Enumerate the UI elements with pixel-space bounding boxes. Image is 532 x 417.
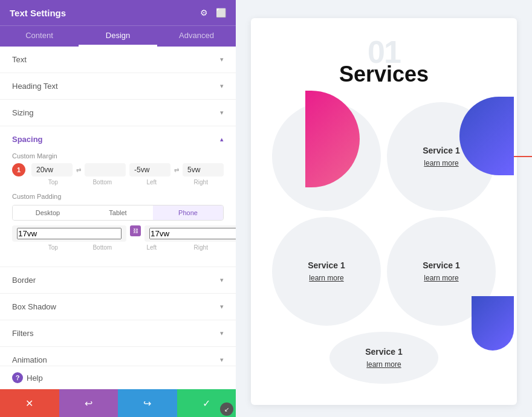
padding-top-group (12, 225, 126, 242)
margin-top-input[interactable] (36, 166, 60, 174)
margin-top-label: Top (30, 179, 76, 186)
section-animation-label: Animation (12, 355, 47, 364)
help-label[interactable]: Help (27, 373, 43, 383)
panel-header-icons: ⚙ ⬜ (198, 7, 226, 18)
section-spacing: Spacing ▴ Custom Margin 1 ⇄ ⇄ (0, 126, 236, 267)
chevron-down-animation: ▾ (220, 356, 224, 364)
undo-button[interactable]: ↩ (59, 389, 118, 417)
padding-left-label: Left (129, 244, 175, 251)
spacing-header[interactable]: Spacing ▴ (12, 135, 224, 144)
section-text-label: Text (12, 55, 27, 64)
panel-footer: ? Help (0, 366, 236, 389)
padding-top-input[interactable] (17, 228, 122, 239)
margin-top-group (31, 163, 73, 176)
margin-left-input[interactable] (134, 166, 158, 174)
margin-labels: Top Bottom Left Right (30, 179, 224, 186)
padding-labels: Top Bottom Left Right (30, 244, 224, 251)
services-title: Services (339, 62, 429, 87)
panel-header: Text Settings ⚙ ⬜ (0, 0, 236, 25)
tab-design[interactable]: Design (79, 26, 157, 47)
expand-icon[interactable]: ⬜ (215, 7, 226, 18)
device-tab-desktop[interactable]: Desktop (13, 205, 83, 220)
service-circle-3: Service 1 learn more (272, 217, 381, 326)
chevron-down-heading: ▾ (220, 82, 224, 90)
section-boxshadow-label: Box Shadow (12, 302, 56, 311)
section-animation[interactable]: Animation ▾ (0, 347, 236, 366)
redo-button[interactable]: ↪ (118, 389, 177, 417)
service-2-link[interactable]: learn more (424, 159, 458, 167)
chevron-down-sizing: ▾ (220, 109, 224, 117)
service-5-title: Service 1 (365, 347, 403, 357)
spacing-title: Spacing (12, 135, 43, 144)
margin-link-icon2[interactable]: ⇄ (174, 167, 179, 173)
section-text[interactable]: Text ▾ (0, 47, 236, 73)
accent-blue2-shape (472, 296, 514, 351)
corner-icon: ↙ (220, 402, 233, 416)
padding-inputs-row: ⛓ ⇄ (12, 225, 224, 242)
padding-right-label: Right (178, 244, 224, 251)
service-circle-5: Service 1 learn more (329, 332, 438, 384)
section-heading-text[interactable]: Heading Text ▾ (0, 73, 236, 100)
settings-icon[interactable]: ⚙ (198, 7, 209, 18)
custom-padding-label: Custom Padding (12, 193, 224, 200)
settings-panel: Text Settings ⚙ ⬜ Content Design Advance… (0, 0, 236, 417)
tab-advanced[interactable]: Advanced (157, 26, 236, 47)
section-border-label: Border (12, 276, 36, 285)
margin-bottom-input[interactable] (89, 166, 114, 174)
margin-left-group (129, 163, 170, 176)
margin-bottom-label: Bottom (80, 179, 126, 186)
service-5-link[interactable]: learn more (366, 360, 401, 369)
margin-badge: 1 (12, 163, 25, 176)
cancel-button[interactable]: ✕ (0, 389, 59, 417)
chevron-down-filters: ▾ (220, 329, 224, 337)
tab-content[interactable]: Content (0, 26, 79, 47)
section-filters[interactable]: Filters ▾ (0, 320, 236, 347)
service-3-link[interactable]: learn more (309, 274, 343, 282)
padding-link-chain[interactable]: ⛓ (130, 225, 141, 236)
section-sizing-label: Sizing (12, 108, 33, 117)
section-box-shadow[interactable]: Box Shadow ▾ (0, 294, 236, 320)
section-filters-label: Filters (12, 329, 33, 338)
margin-bottom-group (85, 163, 126, 176)
margin-inputs-row: 1 ⇄ ⇄ (12, 163, 224, 176)
action-bar: ✕ ↩ ↪ ✓ (0, 389, 236, 417)
section-heading-label: Heading Text (12, 82, 58, 91)
chevron-down-border: ▾ (220, 276, 224, 284)
margin-right-input[interactable] (187, 166, 212, 174)
section-border[interactable]: Border ▾ (0, 267, 236, 294)
device-tab-phone[interactable]: Phone (153, 205, 223, 220)
device-tabs: Desktop Tablet Phone (12, 205, 224, 221)
margin-left-label: Left (129, 179, 175, 186)
service-3-title: Service 1 (308, 260, 345, 270)
padding-bottom-group (144, 225, 236, 242)
padding-bottom-input[interactable] (149, 228, 236, 239)
panel-tabs: Content Design Advanced (0, 25, 236, 47)
custom-margin-label: Custom Margin (12, 152, 224, 160)
preview-content: 01 Services Service 1 learn more Service… (251, 18, 517, 405)
chevron-down-text: ▾ (220, 56, 224, 63)
margin-right-label: Right (178, 179, 224, 186)
chevron-down-boxshadow: ▾ (220, 303, 224, 311)
panel-body: Text ▾ Heading Text ▾ Sizing ▾ Spacing ▴… (0, 47, 236, 366)
help-icon: ? (12, 372, 23, 383)
padding-bottom-label: Bottom (80, 244, 126, 251)
device-tab-tablet[interactable]: Tablet (83, 205, 153, 220)
padding-top-label: Top (30, 244, 76, 251)
preview-area: 01 Services Service 1 learn more Service… (236, 0, 532, 417)
margin-link-icon[interactable]: ⇄ (76, 167, 81, 173)
service-4-title: Service 1 (423, 260, 460, 270)
service-4-link[interactable]: learn more (424, 274, 458, 282)
chevron-up-spacing: ▴ (220, 135, 224, 143)
service-2-title: Service 1 (423, 146, 460, 155)
section-sizing[interactable]: Sizing ▾ (0, 100, 236, 126)
panel-title: Text Settings (10, 8, 66, 18)
margin-right-group (183, 163, 224, 176)
